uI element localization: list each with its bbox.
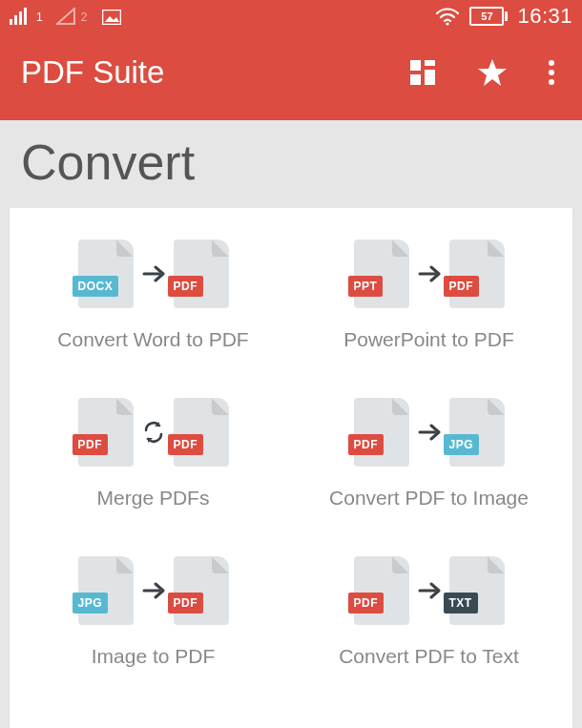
sim1-label: 1 — [36, 10, 43, 24]
clock: 16:31 — [517, 4, 572, 29]
file-tag: JPG — [444, 434, 480, 455]
file-icon: PDF — [354, 398, 409, 467]
tile-1[interactable]: PPT PDF PowerPoint to PDF — [291, 235, 567, 351]
tile-icons: PDF PDF — [78, 393, 229, 471]
arrow-right-icon — [417, 578, 442, 603]
file-icon: PDF — [174, 398, 229, 467]
file-tag: PPT — [348, 276, 384, 297]
svg-rect-1 — [14, 15, 17, 25]
svg-point-11 — [549, 70, 554, 75]
tile-label: Convert PDF to Image — [329, 487, 529, 510]
tile-5[interactable]: PDF TXT Convert PDF to Text — [291, 551, 567, 668]
tile-label: PowerPoint to PDF — [343, 328, 514, 351]
file-tag: PDF — [168, 434, 204, 455]
svg-rect-2 — [19, 11, 22, 25]
svg-rect-8 — [425, 70, 435, 85]
file-icon: PDF — [174, 239, 229, 308]
battery-icon: 57 — [469, 7, 508, 26]
tile-label: Merge PDFs — [97, 487, 210, 510]
file-tag: PDF — [168, 276, 204, 297]
signal-empty-icon — [56, 8, 75, 25]
arrow-right-icon — [141, 261, 166, 286]
tile-icons: JPG PDF — [78, 551, 229, 630]
file-icon: PDF — [449, 239, 505, 308]
file-icon: JPG — [78, 556, 134, 625]
file-icon: PPT — [354, 239, 409, 308]
tile-4[interactable]: JPG PDF Image to PDF — [15, 551, 291, 668]
file-icon: PDF — [174, 556, 229, 625]
tile-label: Convert Word to PDF — [57, 328, 248, 351]
tiles-card: DOCX PDF Convert Word to PDF PPT PDF Pow… — [10, 208, 572, 728]
tile-3[interactable]: PDF JPG Convert PDF to Image — [291, 393, 567, 510]
file-tag: PDF — [444, 276, 480, 297]
tile-icons: PPT PDF — [354, 235, 505, 313]
wifi-icon — [435, 7, 460, 26]
app-bar: PDF Suite — [0, 32, 582, 120]
file-icon: DOCX — [78, 239, 134, 308]
svg-point-12 — [549, 79, 554, 85]
file-tag: PDF — [168, 593, 204, 614]
status-right: 57 16:31 — [435, 4, 572, 29]
app-actions — [408, 57, 555, 88]
svg-point-10 — [549, 60, 554, 66]
file-tag: JPG — [73, 593, 109, 614]
signal-icon — [10, 8, 31, 25]
sim2-label: 2 — [81, 10, 88, 24]
arrow-right-icon — [417, 420, 442, 445]
tile-label: Image to PDF — [92, 645, 216, 668]
tile-icons: PDF TXT — [354, 551, 505, 630]
tile-icons: DOCX PDF — [78, 235, 229, 313]
file-icon: PDF — [78, 398, 134, 467]
tile-icons: PDF JPG — [354, 393, 505, 471]
file-icon: TXT — [449, 556, 505, 625]
file-tag: PDF — [73, 434, 109, 455]
battery-level: 57 — [481, 10, 492, 22]
tile-label: Convert PDF to Text — [339, 645, 519, 668]
file-tag: PDF — [348, 434, 385, 455]
svg-rect-0 — [10, 19, 12, 25]
file-tag: DOCX — [73, 276, 119, 297]
file-icon: PDF — [354, 556, 409, 625]
image-icon — [102, 10, 121, 25]
sync-icon — [141, 420, 166, 445]
page: Convert DOCX PDF Convert Word to PDF PPT… — [0, 120, 582, 728]
dashboard-icon[interactable] — [408, 58, 437, 87]
app-title: PDF Suite — [21, 54, 164, 91]
status-bar: 1 2 57 16:31 — [0, 0, 582, 32]
star-icon[interactable] — [477, 57, 508, 88]
file-tag: PDF — [348, 593, 385, 614]
tile-0[interactable]: DOCX PDF Convert Word to PDF — [15, 235, 291, 351]
file-icon: JPG — [449, 398, 505, 467]
svg-rect-6 — [410, 60, 421, 71]
arrow-right-icon — [141, 578, 166, 603]
svg-point-5 — [447, 22, 449, 25]
svg-rect-3 — [24, 8, 27, 25]
file-tag: TXT — [444, 593, 478, 614]
svg-rect-7 — [425, 60, 435, 66]
page-title: Convert — [0, 120, 582, 208]
more-icon[interactable] — [548, 59, 555, 86]
svg-rect-9 — [410, 74, 421, 85]
arrow-right-icon — [417, 261, 442, 286]
svg-rect-4 — [103, 10, 121, 25]
tile-2[interactable]: PDF PDF Merge PDFs — [15, 393, 291, 510]
status-left: 1 2 — [10, 8, 121, 25]
